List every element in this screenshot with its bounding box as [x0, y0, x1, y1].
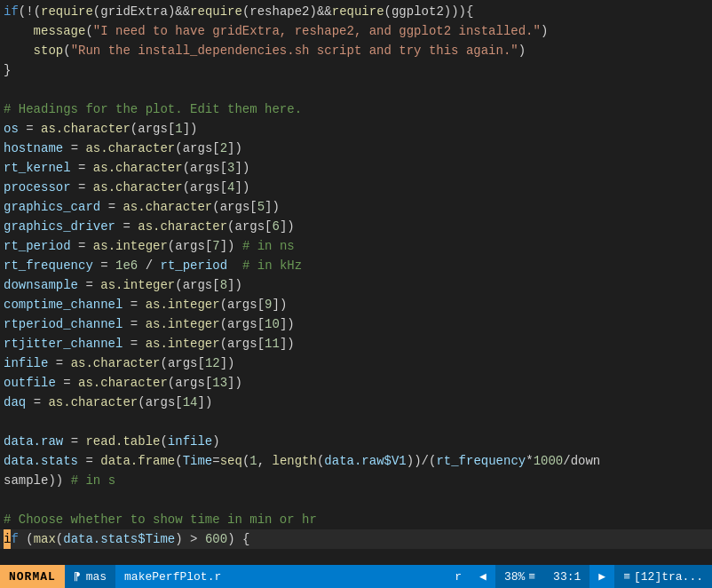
branch-icon: ⁋: [74, 569, 81, 584]
branch-name: mas: [86, 570, 107, 584]
code-line-8: hostname = as.character(args[2]): [0, 139, 712, 158]
code-line-24: data.stats = data.frame(Time=seq(1, leng…: [0, 451, 712, 471]
code-line-10: processor = as.character(args[4]): [0, 178, 712, 197]
file-name: makePerfPlot.r: [115, 565, 230, 588]
code-line-17: rtperiod_channel = as.integer(args[10]): [0, 314, 712, 334]
git-branch: ⁋ mas: [65, 565, 115, 588]
code-line-20: outfile = as.character(args[13]): [0, 373, 712, 393]
vim-mode: NORMAL: [0, 565, 65, 588]
code-line-9: rt_kernel = as.character(args[3]): [0, 158, 712, 178]
code-line-28: if (max(data.stats$Time) > 600) {: [0, 529, 712, 549]
code-line-22: [0, 412, 712, 432]
equals-icon: ≡: [528, 570, 535, 584]
nav-left-icon: ◀: [471, 565, 495, 588]
file-type: r: [446, 565, 471, 588]
code-line-5: [0, 80, 712, 99]
scroll-percent: 38% ≡: [495, 565, 544, 588]
code-line-14: rt_frequency = 1e6 / rt_period # in kHz: [0, 256, 712, 275]
list-icon: ≡: [623, 570, 630, 584]
code-line-12: graphics_driver = as.character(args[6]): [0, 217, 712, 236]
buffer-info: ≡ [12]tra...: [614, 565, 712, 588]
code-line-4: }: [0, 60, 712, 80]
code-line-26: [0, 490, 712, 510]
code-line-13: rt_period = as.integer(args[7]) # in ns: [0, 236, 712, 256]
code-line-21: daq = as.character(args[14]): [0, 393, 712, 412]
code-line-1: if( !(require(gridExtra)&&require(reshap…: [0, 2, 712, 21]
code-editor: if( !(require(gridExtra)&&require(reshap…: [0, 0, 712, 565]
code-line-23: data.raw = read.table(infile): [0, 432, 712, 451]
code-line-16: comptime_channel = as.integer(args[9]): [0, 295, 712, 314]
code-line-3: stop("Run the install_dependencies.sh sc…: [0, 41, 712, 60]
status-right-group: r ◀ 38% ≡ 33: 1 ▶ ≡ [12]tra...: [446, 565, 712, 588]
code-line-11: graphics_card = as.character(args[5]): [0, 197, 712, 217]
code-line-15: downsample = as.integer(args[8]): [0, 275, 712, 295]
code-line-19: infile = as.character(args[12]): [0, 354, 712, 373]
code-line-25: sample)) # in s: [0, 471, 712, 490]
code-line-7: os = as.character(args[1]): [0, 119, 712, 139]
status-bar: NORMAL ⁋ mas makePerfPlot.r r ◀ 38% ≡ 33…: [0, 565, 712, 588]
code-line-6: # Headings for the plot. Edit them here.: [0, 99, 712, 119]
cursor-position: 33: 1: [544, 565, 589, 588]
code-line-18: rtjitter_channel = as.integer(args[11]): [0, 334, 712, 354]
code-line-27: # Choose whether to show time in min or …: [0, 510, 712, 529]
code-line-2: message("I need to have gridExtra, resha…: [0, 21, 712, 41]
nav-right-icon: ▶: [589, 565, 614, 588]
